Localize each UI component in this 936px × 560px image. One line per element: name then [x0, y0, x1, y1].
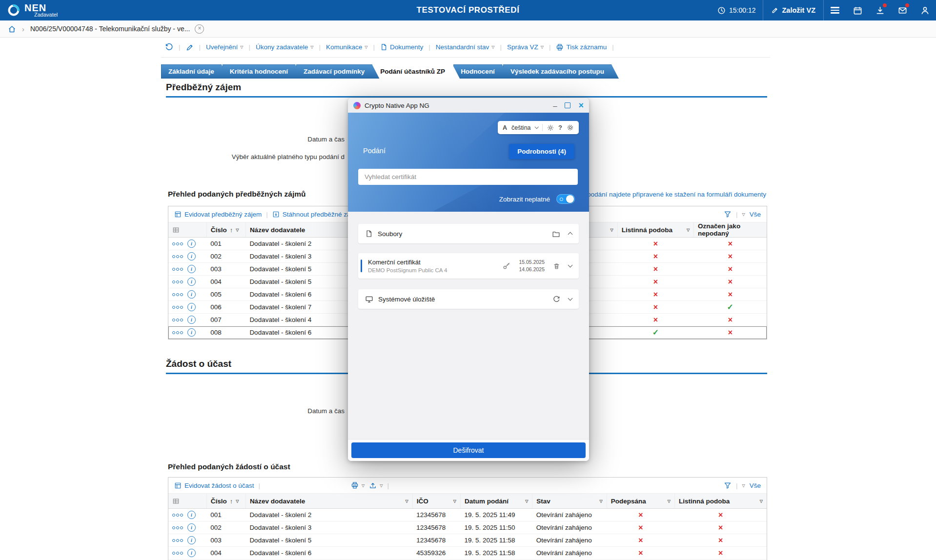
certificate-item[interactable]: Komerční certifikát DEMO PostSignum Publ… — [358, 253, 579, 279]
menu-tisk-zaznamu[interactable]: Tisk záznamu — [556, 43, 607, 51]
vse-filter[interactable]: Vše — [750, 482, 761, 489]
info-icon[interactable]: i — [187, 303, 196, 311]
column-stav[interactable]: Stav▽ — [532, 494, 607, 509]
table-row[interactable]: i 003Dodavatel - školení 512345678 19. 5… — [168, 534, 767, 547]
row-menu-icon[interactable] — [172, 526, 183, 529]
evidovat-zadost-link[interactable]: Evidovat žádost o účast — [174, 482, 254, 489]
maximize-button[interactable] — [565, 102, 570, 108]
tab-zadavaci-podminky[interactable]: Zadávací podmínky — [296, 64, 379, 79]
delete-icon[interactable] — [553, 262, 560, 270]
column-listinna-podoba[interactable]: Listinná podoba▽ — [617, 222, 693, 238]
table-row[interactable]: i 001Dodavatel - školení 212345678 19. 5… — [168, 509, 767, 521]
close-record-icon[interactable]: × — [195, 24, 204, 34]
row-menu-icon[interactable] — [172, 280, 183, 283]
filter-caret-icon[interactable]: ▽ — [236, 499, 239, 503]
row-menu-icon[interactable] — [172, 539, 183, 542]
filter-caret-icon[interactable]: ▽ — [687, 228, 690, 232]
decrypt-button[interactable]: Dešifrovat — [351, 442, 586, 458]
filter-caret-icon[interactable]: ▽ — [525, 499, 528, 503]
tab-kriteria-hodnoceni[interactable]: Kritéria hodnocení — [223, 64, 303, 79]
info-icon[interactable]: i — [187, 328, 196, 337]
info-icon[interactable]: i — [187, 511, 196, 519]
info-icon[interactable]: i — [187, 290, 196, 299]
info-icon[interactable]: i — [187, 278, 196, 286]
history-icon[interactable] — [165, 43, 173, 51]
certificate-search-input[interactable] — [358, 169, 578, 185]
filter-caret-icon[interactable]: ▽ — [600, 499, 603, 503]
row-menu-icon[interactable] — [172, 331, 183, 334]
system-storage-section[interactable]: Systémové úložiště — [358, 289, 579, 309]
edit-record-icon[interactable] — [186, 43, 194, 51]
filter-caret-icon[interactable]: ▽ — [760, 499, 763, 503]
close-button[interactable]: × — [578, 101, 584, 110]
tab-zakladni-udaje[interactable]: Základní údaje — [161, 64, 229, 79]
column-datum-podani[interactable]: Datum podání▽ — [460, 494, 532, 509]
show-invalid-toggle[interactable] — [556, 194, 575, 204]
menu-dokumenty[interactable]: Dokumenty — [380, 43, 423, 51]
info-icon[interactable]: i — [187, 523, 196, 532]
info-icon[interactable]: i — [187, 252, 196, 260]
filter-caret-icon[interactable]: ▽ — [610, 228, 613, 232]
menu-nestandardni-stav[interactable]: Nestandardní stav▽ — [436, 43, 495, 51]
column-podepsana[interactable]: Podepsána▽ — [607, 494, 674, 509]
row-menu-icon[interactable] — [172, 514, 183, 517]
evidovat-predbezny-link[interactable]: Evidovat předběžný zájem — [174, 211, 262, 218]
filter-caret-icon[interactable]: ▽ — [406, 499, 408, 503]
refresh-icon[interactable] — [553, 296, 560, 303]
details-button[interactable]: Podrobnosti (4) — [509, 144, 574, 159]
print-table-button[interactable]: ▽ — [351, 481, 365, 489]
column-ico[interactable]: IČO▽ — [412, 494, 460, 509]
column-cislo[interactable]: Číslo↑▽ — [206, 494, 245, 509]
info-icon[interactable]: i — [187, 549, 196, 557]
settings-gear-icon[interactable] — [567, 124, 574, 131]
column-listinna-podoba[interactable]: Listinná podoba▽ — [674, 494, 767, 509]
breadcrumb-item[interactable]: N006/25/V00004748 - Telekomunikační služ… — [30, 25, 190, 33]
row-menu-icon[interactable] — [172, 319, 183, 321]
menu-sprava-vz[interactable]: Správa VZ▽ — [507, 43, 544, 51]
theme-icon[interactable] — [547, 124, 554, 131]
filter-icon[interactable] — [724, 481, 732, 489]
vse-filter[interactable]: Vše — [750, 211, 761, 218]
info-icon[interactable]: i — [187, 316, 196, 324]
menu-ukony-zadavatele[interactable]: Úkony zadavatele▽ — [256, 43, 313, 51]
chevron-up-icon[interactable] — [568, 232, 573, 237]
filter-caret-icon[interactable]: ▽ — [453, 499, 456, 503]
messages-button[interactable] — [891, 0, 914, 20]
chevron-down-icon[interactable] — [568, 263, 573, 268]
row-menu-icon[interactable] — [172, 255, 183, 258]
column-nazev-dodavatele[interactable]: Název dodavatele▽ — [245, 494, 412, 509]
home-icon[interactable] — [8, 25, 16, 33]
column-oznacen-nepodany[interactable]: Označen jako nepodaný — [694, 222, 767, 238]
row-menu-icon[interactable] — [172, 552, 183, 555]
info-icon[interactable]: i — [187, 265, 196, 273]
filter-caret-icon[interactable]: ▽ — [236, 228, 239, 232]
info-icon[interactable]: i — [187, 240, 196, 248]
chevron-down-icon[interactable] — [534, 125, 538, 129]
nen-logo[interactable]: NEN Zadavatel — [7, 3, 58, 18]
open-folder-icon[interactable] — [552, 230, 560, 238]
info-icon[interactable]: i — [187, 536, 196, 544]
minimize-button[interactable]: – — [553, 102, 557, 109]
row-menu-icon[interactable] — [172, 268, 183, 271]
downloads-button[interactable] — [869, 0, 891, 20]
menu-uverejneni[interactable]: Uveřejnění▽ — [206, 43, 243, 51]
menu-komunikace[interactable]: Komunikace▽ — [326, 43, 367, 51]
create-vz-button[interactable]: Založit VZ — [763, 0, 823, 20]
export-table-button[interactable]: ▽ — [369, 481, 383, 489]
language-selector[interactable]: čeština — [511, 124, 531, 131]
chevron-down-icon[interactable] — [568, 296, 573, 301]
calendar-button[interactable] — [846, 0, 869, 20]
column-cislo[interactable]: Číslo↑▽ — [206, 222, 245, 238]
filter-icon[interactable] — [724, 210, 732, 218]
filter-caret-icon[interactable]: ▽ — [668, 499, 671, 503]
row-menu-icon[interactable] — [172, 306, 183, 309]
modal-titlebar[interactable]: Crypto Native App NG – × — [348, 98, 589, 113]
table-row[interactable]: i 004Dodavatel - školení 645359326 19. 5… — [168, 547, 767, 560]
tab-vysledek[interactable]: Výsledek zadávacího postupu — [503, 64, 619, 79]
files-section[interactable]: Soubory — [358, 224, 579, 243]
tab-hodnoceni[interactable]: Hodnocení — [453, 64, 509, 79]
row-menu-icon[interactable] — [172, 242, 183, 245]
row-menu-icon[interactable] — [172, 293, 183, 296]
menu-button[interactable] — [824, 0, 846, 20]
tab-podani-ucastniku[interactable]: Podání účastníků ZP — [373, 64, 460, 79]
